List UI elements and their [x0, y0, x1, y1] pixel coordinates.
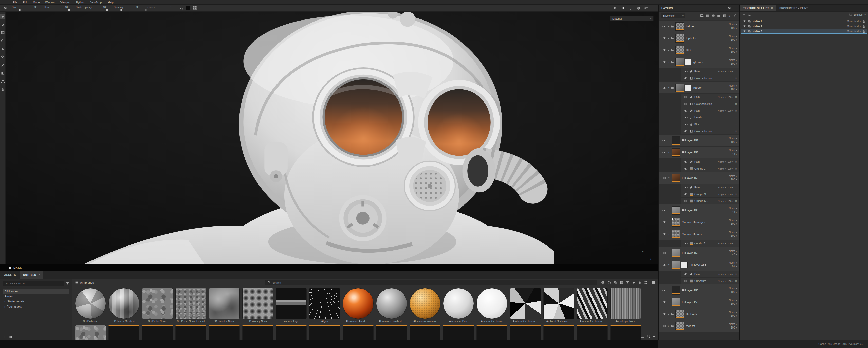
- close-icon[interactable]: [771, 6, 773, 10]
- menu-viewport[interactable]: Viewport: [58, 0, 73, 4]
- add-paint-layer-icon[interactable]: [700, 14, 704, 18]
- quick-mask-tool[interactable]: [0, 71, 5, 76]
- remove-effect-button[interactable]: [735, 185, 737, 189]
- visibility-toggle[interactable]: [683, 103, 688, 105]
- layer-opacity-dropdown[interactable]: 100: [729, 234, 737, 238]
- eye-icon[interactable]: [743, 25, 746, 28]
- import-icon[interactable]: [647, 335, 650, 338]
- collapse-caret-icon[interactable]: [667, 151, 670, 153]
- asset-item-partial[interactable]: [242, 325, 273, 340]
- asset-thumbnail[interactable]: [343, 325, 374, 340]
- asset-thumbnail[interactable]: [276, 288, 307, 319]
- effect-blend-dropdown[interactable]: Norm: [718, 70, 726, 73]
- asset-item-partial[interactable]: [276, 325, 307, 340]
- sidebar-item-project[interactable]: Project: [3, 294, 69, 299]
- layer-row[interactable]: glassesNorm100: [659, 56, 739, 68]
- effect-opacity-dropdown[interactable]: 100: [727, 167, 734, 170]
- collapse-caret-icon[interactable]: [667, 264, 670, 266]
- visibility-toggle[interactable]: [661, 325, 667, 327]
- remove-effect-button[interactable]: [735, 115, 737, 120]
- layer-row[interactable]: Fill layer 155Norm100: [659, 172, 739, 184]
- grid-view-icon[interactable]: [9, 335, 12, 339]
- asset-search-field[interactable]: [273, 281, 595, 284]
- erase-tool[interactable]: [0, 22, 5, 27]
- cursor-icon[interactable]: [614, 6, 617, 10]
- menu-help[interactable]: Help: [105, 0, 116, 4]
- slider-knob[interactable]: [121, 9, 122, 11]
- asset-item-partial[interactable]: [376, 325, 407, 340]
- asset-thumbnail[interactable]: [75, 325, 106, 340]
- layer-row[interactable]: Fill layer 153Norm100: [659, 297, 739, 308]
- filter-brushes-icon[interactable]: [632, 281, 636, 284]
- slider-knob[interactable]: [106, 9, 108, 11]
- asset-thumbnail[interactable]: [443, 288, 474, 319]
- expand-caret-icon[interactable]: [667, 325, 670, 327]
- gear-icon[interactable]: [862, 30, 865, 33]
- visibility-toggle[interactable]: [683, 123, 688, 126]
- filter-by-path-field[interactable]: [5, 282, 62, 285]
- asset-item[interactable]: 3D Worley Noise: [242, 288, 273, 323]
- asset-thumbnail[interactable]: [510, 288, 541, 319]
- remove-effect-button[interactable]: [735, 272, 737, 276]
- visibility-toggle[interactable]: [683, 200, 688, 203]
- asset-thumbnail[interactable]: [209, 325, 240, 340]
- add-effect-icon[interactable]: fx: [728, 14, 732, 18]
- layer-blend-dropdown[interactable]: Norm: [729, 59, 737, 62]
- layer-thumbnail[interactable]: [675, 322, 684, 330]
- asset-thumbnail[interactable]: [142, 288, 173, 319]
- asset-thumbnail[interactable]: [309, 325, 340, 340]
- menu-javascript[interactable]: JavaScript: [87, 0, 105, 4]
- visibility-toggle[interactable]: [683, 130, 688, 133]
- eye-icon[interactable]: [743, 30, 746, 33]
- panel-menu-icon[interactable]: [734, 6, 737, 10]
- display-settings-icon[interactable]: [629, 6, 632, 10]
- asset-item[interactable]: alexav3logc: [276, 288, 307, 323]
- layer-effect-row[interactable]: Color selection: [681, 101, 739, 107]
- remove-effect-button[interactable]: [735, 279, 737, 283]
- delete-layer-icon[interactable]: [734, 14, 737, 18]
- filter-smart-materials-icon[interactable]: [614, 281, 617, 284]
- visibility-toggle[interactable]: [683, 186, 688, 189]
- brush-flow-slider[interactable]: Flow100: [44, 6, 69, 10]
- sidebar-item-all-libraries[interactable]: All libraries: [3, 289, 69, 294]
- asset-item[interactable]: Ambient Occlusion ...: [577, 288, 608, 323]
- layer-thumbnail[interactable]: [672, 230, 680, 238]
- camera-icon[interactable]: [645, 6, 648, 10]
- add-fill-layer-icon[interactable]: [706, 14, 709, 18]
- effect-opacity-dropdown[interactable]: 100: [727, 200, 734, 203]
- filter-materials-icon[interactable]: [608, 281, 611, 284]
- layer-blend-dropdown[interactable]: Norm: [729, 261, 737, 265]
- effect-opacity-dropdown[interactable]: 100: [727, 280, 734, 282]
- asset-item-partial[interactable]: [108, 325, 140, 340]
- expand-caret-icon[interactable]: [667, 25, 670, 28]
- layer-opacity-dropdown[interactable]: 100: [729, 178, 737, 181]
- layer-blend-dropdown[interactable]: Norm: [729, 231, 737, 234]
- layer-blend-dropdown[interactable]: Norm: [729, 23, 737, 26]
- polygon-fill-tool[interactable]: [0, 38, 5, 43]
- effect-blend-dropdown[interactable]: Norm: [718, 273, 726, 276]
- sidebar-item-your-assets[interactable]: Your assets: [3, 304, 69, 309]
- remove-effect-button[interactable]: [735, 129, 737, 133]
- asset-thumbnail[interactable]: [75, 288, 106, 319]
- texture-set-list-icon[interactable]: [748, 13, 751, 16]
- layer-row[interactable]: tophelmNorm100: [659, 32, 739, 44]
- effect-blend-dropdown[interactable]: Norm: [718, 200, 726, 203]
- layer-thumbnail[interactable]: [672, 206, 680, 215]
- remove-effect-button[interactable]: [735, 166, 737, 171]
- layer-thumbnail[interactable]: [675, 83, 684, 92]
- layer-effect-row[interactable]: Grunge S...Ldge100: [681, 191, 739, 198]
- asset-item-partial[interactable]: [343, 325, 374, 340]
- visibility-toggle[interactable]: [661, 251, 667, 254]
- layer-blend-dropdown[interactable]: Norm: [729, 207, 737, 210]
- layer-blend-dropdown[interactable]: Norm: [729, 219, 737, 222]
- layer-thumbnail[interactable]: [675, 22, 684, 31]
- environment-icon[interactable]: [637, 6, 640, 10]
- layer-thumbnail[interactable]: [672, 148, 680, 156]
- tool-options-icon[interactable]: [4, 6, 7, 10]
- effect-opacity-dropdown[interactable]: 100: [727, 273, 734, 276]
- layer-thumbnail[interactable]: [675, 310, 684, 318]
- display-settings-tool[interactable]: [0, 87, 5, 92]
- asset-thumbnail[interactable]: [376, 288, 407, 319]
- settings-dropdown[interactable]: Settings: [849, 13, 866, 16]
- clone-tool[interactable]: [0, 55, 5, 60]
